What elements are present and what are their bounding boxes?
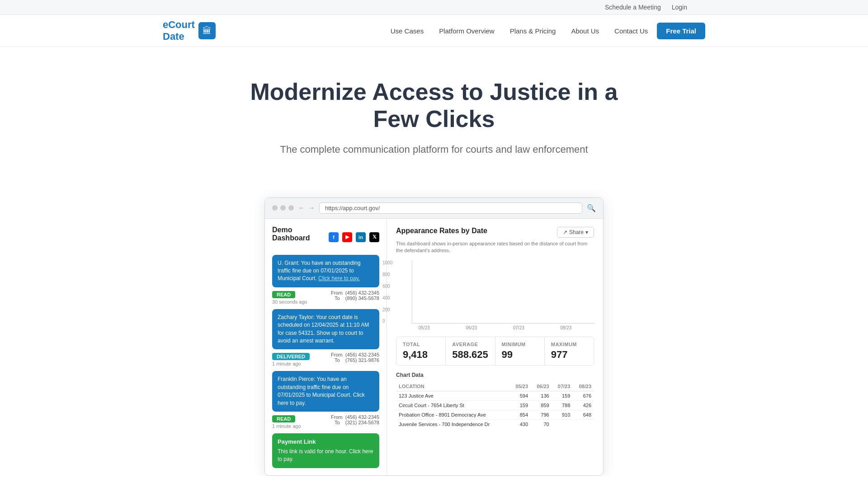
val-3-0823: 648 [573, 410, 594, 420]
forward-arrow-icon[interactable]: → [308, 204, 315, 211]
location-1: 123 Justice Ave [396, 391, 509, 401]
browser-arrows: ← → [298, 204, 315, 211]
val-2-0623: 859 [531, 401, 552, 410]
bar-chart [412, 260, 594, 324]
stat-minimum: MINIMUM 99 [495, 337, 545, 365]
x-label-0623: 06/23 [466, 325, 477, 330]
stat-minimum-label: MINIMUM [502, 342, 538, 347]
col-0623: 06/23 [531, 382, 552, 391]
logo[interactable]: eCourtDate 🏛 [163, 19, 216, 42]
val-1-0623: 136 [531, 391, 552, 401]
chart-data-section: Chart Data LOCATION 05/23 06/23 07/23 08… [396, 372, 594, 429]
message-bubble-1: U. Grant: You have an outstanding traffi… [272, 255, 379, 287]
browser-bar: ← → https://app.court.gov/ 🔍 [265, 198, 603, 219]
message-bubble-3: Franklin Pierce: You have an outstanding… [272, 371, 379, 412]
message-from-to-2: From (456) 432-2345 To (765) 321-9876 [331, 352, 379, 363]
message-panel: Demo Dashboard f ▶ in 𝕏 U. Grant: You ha… [265, 219, 387, 475]
val-1-0823: 676 [573, 391, 594, 401]
share-label: Share [569, 229, 584, 235]
stat-maximum-label: MAXIMUM [551, 342, 587, 347]
message-time-3: 1 minute ago [272, 423, 301, 429]
val-3-0623: 796 [531, 410, 552, 420]
dashboard-content: Demo Dashboard f ▶ in 𝕏 U. Grant: You ha… [265, 219, 603, 475]
chart-title: Appearance Rates by Date [396, 227, 487, 235]
stat-maximum: MAXIMUM 977 [545, 337, 594, 365]
browser-url-bar[interactable]: https://app.court.gov/ [319, 202, 582, 214]
stat-total: TOTAL 9,418 [396, 337, 446, 365]
location-2: Circuit Court - 7654 Liberty St [396, 401, 509, 410]
x-label-0523: 05/23 [419, 325, 430, 330]
browser-dot-3 [288, 205, 294, 211]
stat-average-label: AVERAGE [452, 342, 488, 347]
share-icon: ↗ [563, 229, 567, 235]
schedule-meeting-link[interactable]: Schedule a Meeting [605, 4, 661, 11]
read-badge-1: READ [272, 291, 295, 298]
message-from-to-3: From (456) 432-2345 To (321) 234-5678 [331, 414, 379, 425]
nav-plans-pricing[interactable]: Plans & Pricing [504, 23, 562, 38]
x-label-0723: 07/23 [513, 325, 524, 330]
logo-icon: 🏛 [198, 22, 216, 39]
col-0723: 07/23 [552, 382, 573, 391]
nav-contact-us[interactable]: Contact Us [608, 23, 654, 38]
linkedin-icon[interactable]: in [356, 232, 366, 242]
logo-text: eCourtDate [163, 19, 195, 42]
col-location: LOCATION [396, 382, 509, 391]
chart-x-labels: 05/23 06/23 07/23 08/23 [396, 325, 594, 330]
dashboard-title: Demo Dashboard [272, 226, 325, 242]
col-0823: 08/23 [573, 382, 594, 391]
location-3: Probation Office - 8901 Democracy Ave [396, 410, 509, 420]
message-item-3: Franklin Pierce: You have an outstanding… [272, 371, 379, 429]
nav-platform-overview[interactable]: Platform Overview [433, 23, 501, 38]
message-bubble-2: Zachary Taylor: Your court date is sched… [272, 309, 379, 350]
message-item-1: U. Grant: You have an outstanding traffi… [272, 255, 379, 305]
share-chevron-icon: ▾ [585, 229, 588, 235]
val-3-0723: 910 [552, 410, 573, 420]
val-2-0823: 426 [573, 401, 594, 410]
table-row: Probation Office - 8901 Democracy Ave 85… [396, 410, 594, 420]
location-4: Juvenile Services - 700 Independence Dr [396, 420, 509, 429]
nav-about-us[interactable]: About Us [565, 23, 605, 38]
val-4-0523: 430 [509, 420, 531, 429]
table-row: 123 Justice Ave 594 136 159 676 [396, 391, 594, 401]
table-header-row: LOCATION 05/23 06/23 07/23 08/23 [396, 382, 594, 391]
hero-subheading: The complete communication platform for … [276, 142, 592, 157]
payment-bubble: Payment Link This link is valid for one … [272, 433, 379, 468]
stat-total-label: TOTAL [403, 342, 439, 347]
delivered-badge-2: DELIVERED [272, 353, 310, 360]
table-row: Juvenile Services - 700 Independence Dr … [396, 420, 594, 429]
chart-panel: Appearance Rates by Date ↗ Share ▾ This … [387, 219, 603, 475]
table-row: Circuit Court - 7654 Liberty St 159 859 … [396, 401, 594, 410]
free-trial-button[interactable]: Free Trial [657, 23, 705, 39]
payment-title: Payment Link [278, 438, 374, 446]
message-meta-3: READ 1 minute ago From (456) 432-2345 To… [272, 414, 379, 429]
stat-average: AVERAGE 588.625 [446, 337, 495, 365]
message-meta-2: DELIVERED 1 minute ago From (456) 432-23… [272, 352, 379, 366]
message-meta-1: READ 30 seconds ago From (456) 432-2345 … [272, 290, 379, 305]
browser-mockup: ← → https://app.court.gov/ 🔍 Demo Dashbo… [264, 197, 604, 476]
message-time-2: 1 minute ago [272, 361, 310, 366]
payment-body: This link is valid for one hour. Click h… [278, 448, 374, 464]
val-2-0723: 788 [552, 401, 573, 410]
chart-data-title: Chart Data [396, 372, 594, 378]
chart-y-labels: 0 200 400 600 800 1000 [382, 260, 392, 324]
facebook-icon[interactable]: f [329, 232, 339, 242]
main-nav: eCourtDate 🏛 Use Cases Platform Overview… [0, 15, 868, 47]
login-link[interactable]: Login [672, 4, 687, 11]
browser-dots [272, 205, 294, 211]
browser-dot-2 [280, 205, 286, 211]
nav-use-cases[interactable]: Use Cases [384, 23, 430, 38]
val-1-0723: 159 [552, 391, 573, 401]
stat-average-value: 588.625 [452, 349, 488, 361]
chart-description: This dashboard shows in-person appearanc… [396, 240, 594, 254]
x-icon[interactable]: 𝕏 [369, 232, 379, 242]
share-button[interactable]: ↗ Share ▾ [557, 227, 594, 238]
youtube-icon[interactable]: ▶ [342, 232, 352, 242]
col-0523: 05/23 [509, 382, 531, 391]
val-1-0523: 594 [509, 391, 531, 401]
search-icon[interactable]: 🔍 [587, 204, 596, 212]
back-arrow-icon[interactable]: ← [298, 204, 305, 211]
x-label-0823: 08/23 [560, 325, 571, 330]
stats-row: TOTAL 9,418 AVERAGE 588.625 MINIMUM 99 M… [396, 337, 594, 366]
val-4-0823 [573, 420, 594, 429]
pay-link-1[interactable]: Click here to pay. [318, 275, 360, 282]
